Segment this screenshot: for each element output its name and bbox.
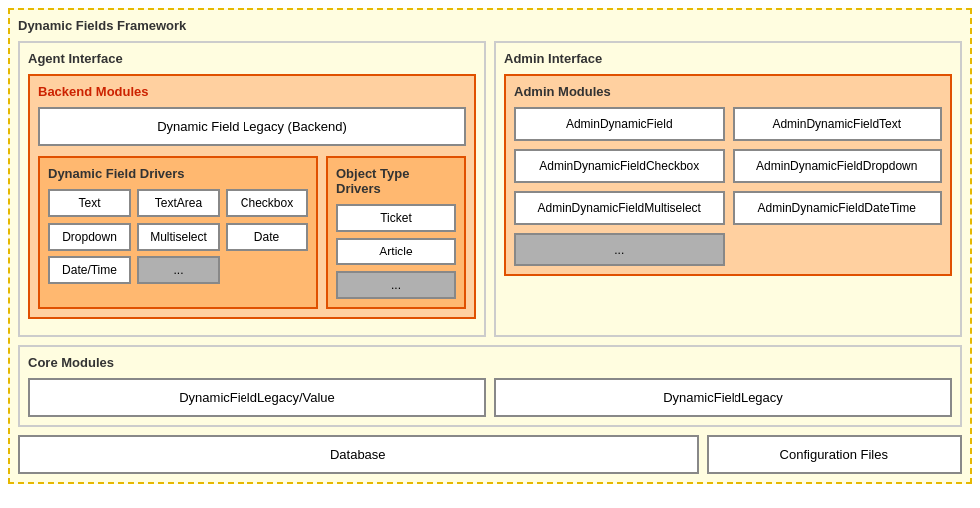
- object-more-button[interactable]: ...: [336, 271, 456, 299]
- agent-interface: Agent Interface Backend Modules Dynamic …: [18, 41, 486, 337]
- dynamic-field-drivers-title: Dynamic Field Drivers: [48, 166, 308, 181]
- config-files-button[interactable]: Configuration Files: [707, 435, 963, 474]
- core-modules-section: Core Modules DynamicFieldLegacy/Value Dy…: [18, 345, 962, 427]
- admin-grid: AdminDynamicField AdminDynamicFieldText …: [514, 107, 942, 266]
- outer-title: Dynamic Fields Framework: [18, 18, 962, 33]
- core-modules-title: Core Modules: [28, 355, 952, 370]
- bottom-row: Database Configuration Files: [18, 435, 962, 474]
- driver-multiselect-button[interactable]: Multiselect: [137, 223, 220, 251]
- backend-modules: Backend Modules Dynamic Field Legacy (Ba…: [28, 74, 476, 319]
- object-article-button[interactable]: Article: [336, 238, 456, 265]
- core-modules-inner: DynamicFieldLegacy/Value DynamicFieldLeg…: [28, 378, 952, 417]
- driver-more-button[interactable]: ...: [137, 256, 220, 284]
- driver-checkbox-button[interactable]: Checkbox: [226, 189, 308, 217]
- driver-text-button[interactable]: Text: [48, 189, 131, 217]
- driver-dropdown-button[interactable]: Dropdown: [48, 223, 131, 251]
- dynamic-field-legacy-value-button[interactable]: DynamicFieldLegacy/Value: [28, 378, 486, 417]
- drivers-row: Dynamic Field Drivers Text TextArea Chec…: [38, 156, 466, 309]
- main-row: Agent Interface Backend Modules Dynamic …: [18, 41, 962, 337]
- admin-more-button[interactable]: ...: [514, 233, 725, 266]
- admin-modules-title: Admin Modules: [514, 84, 942, 99]
- database-button[interactable]: Database: [18, 435, 699, 474]
- legacy-backend-button[interactable]: Dynamic Field Legacy (Backend): [38, 107, 466, 146]
- driver-datetime-button[interactable]: Date/Time: [48, 256, 131, 284]
- backend-modules-title: Backend Modules: [38, 84, 466, 99]
- driver-textarea-button[interactable]: TextArea: [137, 189, 220, 217]
- agent-interface-title: Agent Interface: [28, 51, 476, 66]
- admin-modules: Admin Modules AdminDynamicField AdminDyn…: [504, 74, 952, 276]
- object-type-drivers: Object Type Drivers Ticket Article ...: [326, 156, 466, 309]
- outer-frame: Dynamic Fields Framework Agent Interface…: [8, 8, 972, 484]
- admin-dynamic-field-checkbox-button[interactable]: AdminDynamicFieldCheckbox: [514, 149, 725, 183]
- dynamic-field-legacy-button[interactable]: DynamicFieldLegacy: [494, 378, 952, 417]
- object-ticket-button[interactable]: Ticket: [336, 204, 456, 232]
- object-type-drivers-title: Object Type Drivers: [336, 166, 456, 196]
- admin-interface-title: Admin Interface: [504, 51, 952, 66]
- admin-dynamic-field-dropdown-button[interactable]: AdminDynamicFieldDropdown: [733, 149, 943, 183]
- admin-dynamic-field-text-button[interactable]: AdminDynamicFieldText: [733, 107, 943, 141]
- admin-dynamic-field-datetime-button[interactable]: AdminDynamicFieldDateTime: [733, 191, 943, 225]
- admin-dynamic-field-button[interactable]: AdminDynamicField: [514, 107, 725, 141]
- driver-grid: Text TextArea Checkbox Dropdown Multisel…: [48, 189, 308, 284]
- driver-date-button[interactable]: Date: [226, 223, 308, 251]
- admin-interface: Admin Interface Admin Modules AdminDynam…: [494, 41, 962, 337]
- object-grid: Ticket Article ...: [336, 204, 456, 299]
- dynamic-field-drivers: Dynamic Field Drivers Text TextArea Chec…: [38, 156, 318, 309]
- admin-dynamic-field-multiselect-button[interactable]: AdminDynamicFieldMultiselect: [514, 191, 725, 225]
